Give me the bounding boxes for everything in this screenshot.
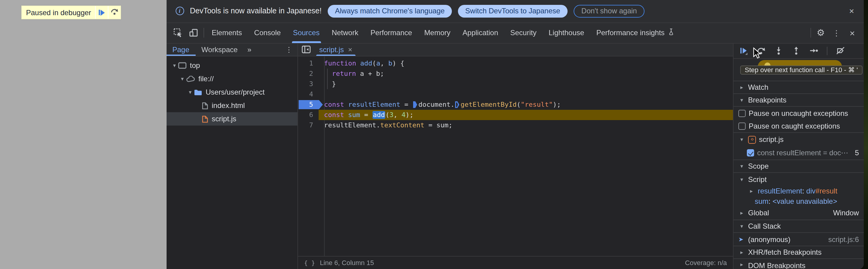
paused-label: Paused in debugger [26,8,91,17]
pause-on-uncaught-checkbox[interactable] [738,109,746,117]
paused-label-wrap: Paused in debugger [22,6,95,19]
devtools-window: i DevTools is now available in Japanese!… [166,0,864,269]
scope-var-resultElement[interactable]: ▸ resultElement: div#result [734,186,864,196]
resume-button[interactable] [739,46,748,55]
step-into-button[interactable] [774,46,783,55]
chevron-right-icon[interactable]: ▸ [738,249,745,255]
chevron-down-icon[interactable]: ▾ [738,176,745,182]
chevron-down-icon[interactable]: ▾ [738,97,745,103]
tree-item-project-folder[interactable]: ▾ Users/user/project [166,85,298,99]
tree-item-file-scheme[interactable]: ▾ file:// [166,72,298,85]
section-watch[interactable]: ▸ Watch [734,81,864,93]
line-number[interactable]: 6 [298,110,319,120]
devtools-tabbar: Elements Console Sources Network Perform… [166,23,864,43]
chevron-right-icon[interactable]: ▸ [738,262,745,268]
chevron-down-icon[interactable]: ▾ [179,76,186,82]
line-number[interactable]: 1 [298,58,319,69]
pause-on-caught-checkbox[interactable] [738,122,746,130]
scope-script-group[interactable]: ▾ Script [734,173,864,186]
section-xhr-breakpoints[interactable]: ▸ XHR/fetch Breakpoints [734,246,864,259]
line-number[interactable]: 4 [298,89,319,100]
breakpoint-entry[interactable]: const resultElement = doc⋯ 5 [734,146,864,160]
tree-item-script-js[interactable]: script.js [166,112,298,126]
navigator-menu-icon[interactable]: ⋮ [280,43,298,56]
tab-network[interactable]: Network [326,23,364,43]
chevron-down-icon[interactable]: ▾ [738,163,745,169]
line-number[interactable]: 7 [298,120,319,130]
deactivate-breakpoints-button[interactable] [836,46,845,55]
section-call-stack[interactable]: ▾ Call Stack [734,220,864,232]
active-frame-arrow-icon: ➤ [738,236,745,243]
pause-on-uncaught-row: Pause on uncaught exceptions [734,107,864,119]
more-tabs-icon[interactable]: » [244,43,255,56]
inspect-element-icon[interactable] [170,23,186,43]
cursor-position: Line 6, Column 15 [320,259,374,267]
script-file-icon: ‹› [748,136,756,143]
section-dom-breakpoints[interactable]: ▸ DOM Breakpoints [734,259,864,269]
tab-performance-insights[interactable]: Performance insights [590,23,681,43]
chevron-down-icon[interactable]: ▾ [738,136,745,142]
breakpoint-file-group[interactable]: ▾ ‹› script.js [734,133,864,146]
tab-sources[interactable]: Sources [287,23,326,43]
devtools-close-icon[interactable]: × [844,23,860,43]
navigator-tab-page[interactable]: Page [166,43,195,56]
step-over-overlay-button[interactable] [109,6,121,19]
resume-script-button[interactable] [96,6,108,19]
line-number[interactable]: 3 [298,79,319,89]
section-breakpoints[interactable]: ▾ Breakpoints [734,93,864,106]
chevron-down-icon[interactable]: ▾ [187,89,193,95]
switch-to-japanese-button[interactable]: Switch DevTools to Japanese [458,5,567,18]
frame-icon [178,62,186,69]
match-chrome-language-button[interactable]: Always match Chrome's language [328,5,452,18]
language-infobar: i DevTools is now available in Japanese!… [166,0,864,23]
scope-global-group[interactable]: ▸ Global Window [734,206,864,220]
section-scope[interactable]: ▾ Scope [734,160,864,172]
tab-performance[interactable]: Performance [364,23,418,43]
breakpoint-enabled-checkbox[interactable] [747,149,754,157]
toggle-navigator-icon[interactable] [298,43,314,56]
pause-on-caught-row: Pause on caught exceptions [734,119,864,132]
tab-memory[interactable]: Memory [418,23,457,43]
screen: Paused in debugger i DevTools is now ava… [0,0,868,269]
paused-in-debugger-overlay: Paused in debugger [21,5,121,20]
tree-item-index-html[interactable]: index.html [166,99,298,112]
editor-pane: script.js × 1 function add(a, b) { 2 ret… [298,43,733,269]
tab-elements[interactable]: Elements [206,23,248,43]
code-line-7: 7 resultElement.textContent = sum; [298,120,733,130]
folder-icon [193,89,202,96]
tab-application[interactable]: Application [457,23,504,43]
editor-tab-script-js[interactable]: script.js × [314,43,358,56]
line-number-breakpoint[interactable]: 5 [298,100,319,110]
tab-close-icon[interactable]: × [348,46,352,54]
step-out-button[interactable] [792,46,801,55]
chevron-right-icon[interactable]: ▸ [738,210,745,216]
tree-item-top[interactable]: ▾ top [166,59,298,72]
tab-security[interactable]: Security [504,23,543,43]
file-tree: ▾ top ▾ file:// ▾ Users/user/project [166,56,298,126]
code-line-6-execution: 6 const sum = add(3, 4); [298,110,733,120]
chevron-right-icon[interactable]: ▸ [738,84,745,90]
call-stack-frame[interactable]: ➤ (anonymous) script.js:6 [734,232,864,246]
step-over-icon [111,7,119,18]
settings-gear-icon[interactable]: ⚙ [813,23,829,43]
navigator-pane: Page Workspace » ⋮ ▾ top ▾ file:// [166,43,298,269]
scope-contents: ▾ Script ▸ resultElement: div#result sum… [734,172,864,220]
chevron-right-icon[interactable]: ▸ [748,188,755,194]
step-button[interactable] [809,46,818,55]
line-number[interactable]: 2 [298,69,319,79]
devtools-menu-icon[interactable]: ⋮ [829,23,844,43]
global-value: Window [833,209,859,217]
dont-show-again-button[interactable]: Don't show again [574,5,645,18]
code-line-1: 1 function add(a, b) { [298,58,733,69]
tab-console[interactable]: Console [248,23,287,43]
infobar-close-icon[interactable]: × [847,6,857,17]
code-editor[interactable]: 1 function add(a, b) { 2 return a + b; 3… [298,56,733,256]
chevron-down-icon[interactable]: ▾ [738,223,745,229]
chevron-down-icon[interactable]: ▾ [171,62,178,69]
device-toolbar-icon[interactable] [186,23,202,43]
pretty-print-icon[interactable]: { } [304,260,315,266]
tab-lighthouse[interactable]: Lighthouse [542,23,590,43]
scope-var-sum[interactable]: sum: <value unavailable> [734,196,864,206]
navigator-tab-workspace[interactable]: Workspace [195,43,244,56]
tabbar-divider [203,28,204,37]
